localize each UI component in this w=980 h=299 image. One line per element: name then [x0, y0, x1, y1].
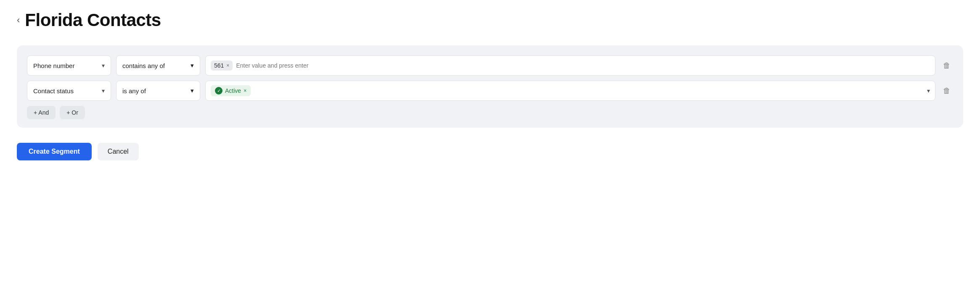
- operator-select-2-chevron: ▾: [191, 87, 194, 94]
- value-input-1[interactable]: [236, 62, 930, 69]
- trash-icon-1: 🗑: [943, 61, 951, 70]
- page-title: Florida Contacts: [25, 10, 161, 30]
- field-select-1[interactable]: Phone number ▾: [27, 55, 111, 76]
- operator-select-1-label: contains any of: [122, 62, 165, 69]
- add-buttons: + And + Or: [27, 106, 953, 119]
- field-select-2-chevron: ▾: [102, 87, 105, 94]
- operator-select-1-chevron: ▾: [191, 62, 194, 69]
- create-segment-button[interactable]: Create Segment: [17, 143, 92, 160]
- tag-561: 561 ×: [211, 60, 233, 71]
- value-field-2[interactable]: ✓ Active × ▾: [205, 81, 935, 101]
- operator-select-1[interactable]: contains any of ▾: [116, 55, 200, 76]
- operator-select-2[interactable]: is any of ▾: [116, 81, 200, 101]
- tag-561-value: 561: [214, 62, 224, 69]
- add-and-button[interactable]: + And: [27, 106, 56, 119]
- add-or-button[interactable]: + Or: [60, 106, 85, 119]
- active-status-icon: ✓: [215, 87, 222, 94]
- cancel-button[interactable]: Cancel: [98, 143, 139, 160]
- action-buttons: Create Segment Cancel: [17, 143, 963, 160]
- value-field-2-chevron[interactable]: ▾: [927, 87, 930, 94]
- page-header: ‹ Florida Contacts: [17, 10, 963, 30]
- add-or-label: + Or: [66, 109, 78, 116]
- filter-container: Phone number ▾ contains any of ▾ 561 × 🗑…: [17, 45, 963, 128]
- field-select-2[interactable]: Contact status ▾: [27, 81, 111, 101]
- tag-561-close[interactable]: ×: [226, 63, 229, 68]
- delete-row-1-button[interactable]: 🗑: [940, 59, 953, 73]
- trash-icon-2: 🗑: [943, 87, 951, 95]
- value-field-1[interactable]: 561 ×: [205, 55, 935, 76]
- tag-active-close[interactable]: ×: [244, 88, 246, 94]
- cancel-label: Cancel: [108, 148, 129, 155]
- tag-active-label: Active: [225, 87, 241, 94]
- operator-select-2-label: is any of: [122, 87, 146, 94]
- field-select-1-chevron: ▾: [102, 62, 105, 69]
- back-button[interactable]: ‹: [17, 16, 20, 25]
- value-row-right: ✓ Active ×: [211, 85, 924, 96]
- tag-active: ✓ Active ×: [211, 85, 251, 96]
- filter-row-2: Contact status ▾ is any of ▾ ✓ Active × …: [27, 81, 953, 101]
- field-select-2-label: Contact status: [33, 87, 74, 94]
- filter-row-1: Phone number ▾ contains any of ▾ 561 × 🗑: [27, 55, 953, 76]
- create-segment-label: Create Segment: [29, 148, 80, 155]
- field-select-1-label: Phone number: [33, 62, 74, 69]
- add-and-label: + And: [34, 109, 49, 116]
- delete-row-2-button[interactable]: 🗑: [940, 84, 953, 98]
